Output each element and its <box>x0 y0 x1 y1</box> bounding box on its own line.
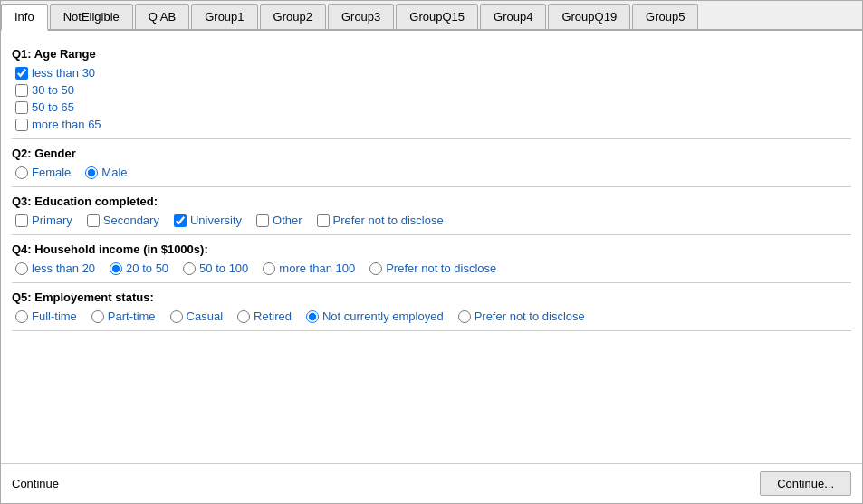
tab-group2[interactable]: Group2 <box>260 4 326 29</box>
answer-item-q3-1[interactable]: Secondary <box>87 214 159 227</box>
answer-text-q3-2: University <box>190 214 242 227</box>
answer-item-q1-3[interactable]: more than 65 <box>15 118 851 131</box>
answer-text-q5-2: Casual <box>187 309 223 323</box>
answer-item-q1-0[interactable]: less than 30 <box>15 66 851 80</box>
input-q4-0[interactable] <box>15 262 28 275</box>
input-q5-4[interactable] <box>306 310 319 323</box>
input-q3-1[interactable] <box>87 214 100 227</box>
tab-q-ab[interactable]: Q AB <box>135 4 189 29</box>
answer-item-q2-1[interactable]: Male <box>85 166 127 179</box>
tab-group5[interactable]: Group5 <box>632 4 698 29</box>
input-q5-5[interactable] <box>458 310 471 323</box>
answer-item-q5-4[interactable]: Not currently employed <box>306 309 444 323</box>
answer-text-q2-0: Female <box>32 166 71 179</box>
input-q4-1[interactable] <box>110 262 122 275</box>
answer-text-q4-1: 20 to 50 <box>126 262 168 275</box>
answer-text-q3-0: Primary <box>32 214 72 227</box>
input-q5-0[interactable] <box>15 310 28 323</box>
answer-row-q5: Full-timePart-timeCasualRetiredNot curre… <box>12 309 851 323</box>
input-q1-1[interactable] <box>15 84 28 97</box>
input-q5-2[interactable] <box>170 310 183 323</box>
answer-item-q5-2[interactable]: Casual <box>170 309 223 323</box>
question-section-q1: Q1: Age Rangeless than 3030 to 5050 to 6… <box>12 40 851 139</box>
answer-item-q2-0[interactable]: Female <box>15 166 71 179</box>
question-label-q3: Q3: Education completed: <box>12 195 851 208</box>
answer-item-q3-0[interactable]: Primary <box>15 214 72 227</box>
tab-bar: InfoNotEligibleQ ABGroup1Group2Group3Gro… <box>1 1 862 31</box>
main-window: InfoNotEligibleQ ABGroup1Group2Group3Gro… <box>0 0 863 504</box>
question-label-q1: Q1: Age Range <box>12 47 851 61</box>
answer-text-q3-3: Other <box>273 214 302 227</box>
answer-text-q2-1: Male <box>101 166 127 179</box>
answer-text-q4-4: Prefer not to disclose <box>386 262 496 275</box>
answer-text-q3-4: Prefer not to disclose <box>333 214 444 227</box>
input-q1-0[interactable] <box>15 67 28 80</box>
answer-item-q4-2[interactable]: 50 to 100 <box>183 262 248 275</box>
answer-text-q5-3: Retired <box>254 309 292 323</box>
question-section-q4: Q4: Household income (in $1000s):less th… <box>12 235 851 283</box>
tab-groupq19[interactable]: GroupQ19 <box>548 4 630 29</box>
answer-item-q4-3[interactable]: more than 100 <box>263 262 355 275</box>
input-q3-3[interactable] <box>256 214 269 227</box>
answer-item-q4-1[interactable]: 20 to 50 <box>110 262 168 275</box>
input-q2-1[interactable] <box>85 166 98 179</box>
answer-text-q5-5: Prefer not to disclose <box>475 309 585 323</box>
input-q5-1[interactable] <box>91 310 104 323</box>
answer-text-q1-2: 50 to 65 <box>32 100 74 114</box>
input-q3-0[interactable] <box>15 214 28 227</box>
answer-text-q1-3: more than 65 <box>32 118 101 131</box>
input-q4-3[interactable] <box>263 262 275 275</box>
question-section-q3: Q3: Education completed:PrimarySecondary… <box>12 187 851 235</box>
answer-item-q3-3[interactable]: Other <box>256 214 302 227</box>
answer-text-q5-1: Part-time <box>108 309 156 323</box>
answer-item-q5-5[interactable]: Prefer not to disclose <box>458 309 585 323</box>
answer-item-q1-1[interactable]: 30 to 50 <box>15 83 851 97</box>
answer-row-q3: PrimarySecondaryUniversityOtherPrefer no… <box>12 214 851 227</box>
input-q3-4[interactable] <box>317 214 330 227</box>
answer-item-q4-0[interactable]: less than 20 <box>15 262 95 275</box>
input-q1-3[interactable] <box>15 119 28 131</box>
footer: Continue Continue... <box>1 463 862 503</box>
continue-button[interactable]: Continue... <box>760 471 851 496</box>
input-q5-3[interactable] <box>237 310 250 323</box>
answer-item-q5-0[interactable]: Full-time <box>15 309 77 323</box>
answer-text-q5-4: Not currently employed <box>322 309 444 323</box>
question-label-q5: Q5: Employement status: <box>12 290 851 304</box>
input-q3-2[interactable] <box>174 214 187 227</box>
input-q2-0[interactable] <box>15 166 28 179</box>
answer-text-q5-0: Full-time <box>32 309 77 323</box>
answer-item-q3-2[interactable]: University <box>174 214 242 227</box>
tab-group1[interactable]: Group1 <box>191 4 257 29</box>
answer-text-q4-2: 50 to 100 <box>199 262 248 275</box>
input-q4-4[interactable] <box>369 262 382 275</box>
question-section-q5: Q5: Employement status:Full-timePart-tim… <box>12 283 851 331</box>
question-label-q2: Q2: Gender <box>12 147 851 160</box>
answer-row-q4: less than 2020 to 5050 to 100more than 1… <box>12 262 851 275</box>
answer-item-q3-4[interactable]: Prefer not to disclose <box>317 214 444 227</box>
answer-text-q1-1: 30 to 50 <box>32 83 74 97</box>
answer-item-q4-4[interactable]: Prefer not to disclose <box>369 262 496 275</box>
answer-item-q1-2[interactable]: 50 to 65 <box>15 100 851 114</box>
input-q4-2[interactable] <box>183 262 196 275</box>
tab-group4[interactable]: Group4 <box>480 4 546 29</box>
tab-group3[interactable]: Group3 <box>328 4 394 29</box>
answer-text-q4-0: less than 20 <box>32 262 95 275</box>
tab-noteligible[interactable]: NotEligible <box>50 4 133 29</box>
question-label-q4: Q4: Household income (in $1000s): <box>12 242 851 256</box>
question-section-q2: Q2: GenderFemaleMale <box>12 139 851 187</box>
answer-text-q1-0: less than 30 <box>32 66 95 80</box>
tab-info[interactable]: Info <box>1 4 48 31</box>
continue-label: Continue <box>12 477 59 490</box>
answer-text-q3-1: Secondary <box>103 214 159 227</box>
answer-item-q5-1[interactable]: Part-time <box>91 309 156 323</box>
answer-item-q5-3[interactable]: Retired <box>237 309 292 323</box>
content-area: Q1: Age Rangeless than 3030 to 5050 to 6… <box>1 31 862 463</box>
answer-row-q2: FemaleMale <box>12 166 851 179</box>
answer-text-q4-3: more than 100 <box>279 262 355 275</box>
tab-groupq15[interactable]: GroupQ15 <box>396 4 478 29</box>
input-q1-2[interactable] <box>15 101 28 114</box>
answer-row-q1: less than 3030 to 5050 to 65more than 65 <box>12 66 851 131</box>
